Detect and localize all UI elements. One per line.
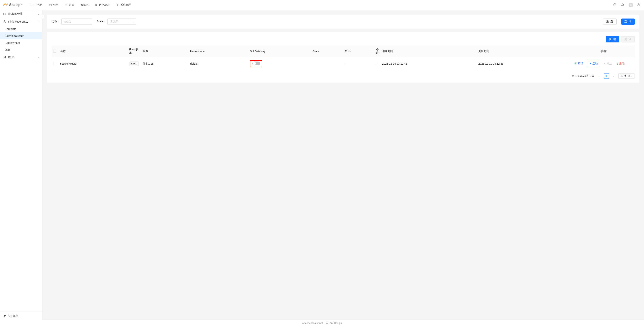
nav-workbench[interactable]: 工作台 [30,3,43,7]
batch-delete-button[interactable]: 删 除 [621,36,635,42]
actions-cell: 详情 启动 停止 [573,57,635,70]
github-icon [326,322,328,324]
menu-group-artifact: Artifact 管理 ⌄ [0,10,42,18]
delete-action[interactable]: 删除 [616,62,625,66]
query-button[interactable]: 查 询 [621,18,635,25]
settings-icon [116,4,119,6]
notification-icon[interactable] [621,3,625,7]
th-state: State [311,46,343,57]
form-field-state: State： 请选择 ⌄ [97,18,136,25]
play-icon [589,62,592,65]
footer-antd[interactable]: Ant Design [326,322,342,324]
state-select[interactable]: 请选择 ⌄ [108,18,136,25]
detail-action[interactable]: 详情 [574,62,584,65]
form-field-name: 名称： [52,18,92,25]
sidebar-item-template[interactable]: Template [0,26,42,32]
resource-icon [65,4,68,6]
th-version: Flink 版本 [128,46,141,57]
next-page[interactable]: › [611,73,616,79]
highlight-sqlgateway [250,60,262,67]
chevron-down-icon: ⌄ [38,13,39,15]
reset-button[interactable]: 重 置 [603,18,616,25]
prev-page[interactable]: ‹ [596,73,602,79]
search-bar: 名称： State： 请选择 ⌄ 重 置 查 询 [47,15,639,28]
app-name: Scaleph [9,3,22,7]
top-header: Scaleph 工作台 项目 资源 数据源 数据标准 系统管理 S [0,0,644,10]
table-toolbar: 新 增 删 除 [52,36,635,42]
sidebar-item-sessioncluster[interactable]: SessionCluster [0,32,42,39]
table-row: sessioncluster 1.18.0 flink:1.18 default… [52,57,635,70]
menu-title-flink[interactable]: Flink Kuberentes ⌃ [0,18,42,26]
footer-seatunnel[interactable]: Apache Seatunnel [302,322,322,324]
state-label: State： [97,20,106,23]
detail-label: 详情 [578,62,584,65]
artifact-icon [3,12,6,16]
nav-label: 资源 [69,3,74,7]
pagination: 第 1-1 条/总共 1 条 ‹ 1 › 10 条/页 ⌄ [52,73,635,79]
svg-rect-1 [50,4,52,6]
menu-label: Flink Kuberentes [8,20,36,23]
sidebar: ‹ Artifact 管理 ⌄ Flink Kuberentes ⌃ Templ… [0,10,42,320]
menu-group-doris: Doris ⌄ [0,53,42,61]
nav-datastandard[interactable]: 数据标准 [95,3,110,7]
menu-title-doris[interactable]: Doris ⌄ [0,53,42,61]
th-actions: 操作 [573,46,635,57]
menu-title-artifact[interactable]: Artifact 管理 ⌄ [0,10,42,18]
nav-sysadmin[interactable]: 系统管理 [116,3,131,7]
nav-label: 数据标准 [99,3,110,7]
select-all-checkbox[interactable] [53,50,56,53]
nav-label: 项目 [53,3,58,7]
cell-state [311,57,343,70]
page-number[interactable]: 1 [604,73,609,79]
nav-resource[interactable]: 资源 [65,3,74,7]
cell-image: flink:1.18 [141,57,189,70]
th-sqlgateway: Sql Gateway [248,46,312,57]
cell-create-time: 2023-12-19 23:12:45 [381,57,477,70]
name-input[interactable] [61,18,92,25]
top-nav: 工作台 项目 资源 数据源 数据标准 系统管理 [30,3,613,7]
page-size-label: 10 条/页 [620,74,630,78]
start-action[interactable]: 启动 [589,62,598,66]
avatar[interactable]: S [628,3,633,7]
sidebar-item-job[interactable]: Job [0,46,42,53]
chevron-up-icon: ⌃ [38,21,39,23]
row-checkbox[interactable] [53,62,56,65]
menu-label: Artifact 管理 [8,12,36,16]
th-remark: 备注 [374,46,381,57]
nav-label: 工作台 [34,3,43,7]
sidebar-collapse-button[interactable]: ‹ [40,14,44,19]
language-icon[interactable] [637,3,641,7]
cell-error: - [344,57,374,70]
nav-project[interactable]: 项目 [49,3,58,7]
datastandard-icon [95,4,98,6]
th-image: 镜像 [141,46,189,57]
highlight-start: 启动 [588,60,599,67]
nav-label: 系统管理 [120,3,131,7]
svg-point-12 [4,57,5,58]
add-button[interactable]: 新 增 [606,36,619,42]
data-table: 名称 Flink 版本 镜像 Namespace Sql Gateway Sta… [52,46,635,70]
th-create-time: 创建时间 [381,46,477,57]
sidebar-item-deployment[interactable]: Deployment [0,39,42,46]
svg-rect-11 [4,56,6,58]
help-icon[interactable] [613,3,617,7]
cluster-icon [3,20,6,23]
nav-datasource[interactable]: 数据源 [80,3,88,7]
th-name: 名称 [59,46,128,57]
page-size-select[interactable]: 10 条/页 ⌄ [618,73,635,79]
eye-icon [574,62,577,65]
doris-icon [3,56,6,59]
sidebar-footer-api-doc[interactable]: API 文档 [0,312,42,320]
delete-icon [616,62,618,65]
logo-area[interactable]: Scaleph [3,3,22,7]
sql-gateway-switch[interactable] [252,62,260,66]
th-update-time: 更新时间 [477,46,573,57]
delete-label: 删除 [619,62,625,66]
th-namespace: Namespace [189,46,248,57]
nav-label: 数据源 [80,3,88,7]
chevron-down-icon: ⌄ [133,21,134,23]
project-icon [49,4,52,6]
stop-action[interactable]: 停止 [604,62,612,66]
content-card: 新 增 删 除 名称 Flink 版本 镜像 Namespace Sql Gat… [47,32,639,82]
chevron-down-icon: ⌄ [631,75,632,77]
